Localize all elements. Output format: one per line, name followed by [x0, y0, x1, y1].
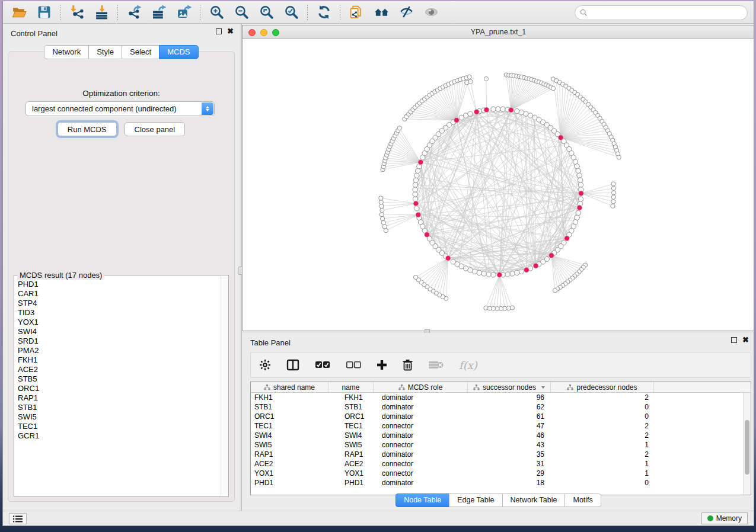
mcds-result-item[interactable]: RAP1: [18, 393, 221, 403]
table-cell-name: ORC1: [328, 412, 374, 421]
function-icon: f(x): [459, 359, 477, 371]
tab-style[interactable]: Style: [88, 45, 122, 59]
table-scrollbar[interactable]: [743, 393, 751, 495]
table-row[interactable]: PHD1PHD1dominator180: [251, 478, 743, 488]
close-panel-icon[interactable]: ✖: [742, 337, 749, 343]
status-bar: Memory: [3, 511, 754, 525]
export-image-button[interactable]: [173, 4, 194, 21]
mcds-result-item[interactable]: PMA2: [18, 346, 221, 355]
close-panel-button[interactable]: Close panel: [125, 122, 186, 136]
table-cell-shared_name: FKH1: [251, 393, 328, 402]
network-from-selection-button[interactable]: [346, 4, 367, 21]
mcds-result-item[interactable]: SRD1: [18, 336, 221, 346]
table-row[interactable]: TEC1TEC1connector472: [251, 421, 743, 431]
first-neighbors-button[interactable]: [371, 4, 392, 21]
float-panel-icon[interactable]: [731, 337, 737, 343]
table-cell-name: FKH1: [328, 393, 374, 402]
save-session-button[interactable]: [33, 4, 55, 21]
criterion-select-value: largest connected component (undirected): [32, 104, 177, 113]
table-row[interactable]: ORC1ORC1dominator610: [251, 412, 743, 421]
tab-network-table[interactable]: Network Table: [502, 493, 566, 507]
table-row[interactable]: ACE2ACE2connector311: [251, 459, 743, 469]
zoom-fit-button[interactable]: [256, 4, 277, 21]
table-row[interactable]: RAP1RAP1dominator352: [251, 450, 743, 459]
export-table-button[interactable]: [148, 4, 170, 21]
sort-arrow-icon: [541, 386, 545, 389]
network-canvas[interactable]: [243, 39, 754, 331]
table-row[interactable]: FKH1FKH1dominator962: [251, 393, 743, 402]
criterion-select[interactable]: largest connected component (undirected): [25, 101, 215, 116]
apply-layout-button[interactable]: [313, 4, 334, 21]
table-row[interactable]: YOX1YOX1connector291: [251, 469, 743, 478]
tab-node-table[interactable]: Node Table: [395, 493, 449, 507]
zoom-selected-icon: [284, 5, 299, 20]
task-history-button[interactable]: [9, 513, 27, 524]
control-panel-tabs: Network Style Select MCDS: [3, 45, 240, 59]
table-cell-successors: 18: [468, 478, 551, 488]
table-row[interactable]: SWI5SWI5connector431: [251, 440, 743, 450]
mcds-result-item[interactable]: STP4: [18, 299, 221, 308]
close-panel-icon[interactable]: ✖: [227, 28, 234, 34]
zoom-out-icon: [234, 5, 249, 20]
delete-table-button[interactable]: [428, 356, 444, 374]
table-cell-role: dominator: [374, 478, 468, 488]
mcds-result-item[interactable]: TID3: [18, 308, 221, 318]
zoom-in-button[interactable]: [206, 4, 227, 21]
run-mcds-button[interactable]: Run MCDS: [58, 122, 117, 136]
export-network-icon: [127, 5, 142, 20]
tab-network[interactable]: Network: [44, 45, 89, 59]
column-header-successor-nodes[interactable]: successor nodes: [468, 382, 551, 392]
mcds-result-list: PHD1CAR1STP4TID3YOX1SWI4SRD1PMA2FKH1ACE2…: [15, 276, 221, 496]
mcds-result-item[interactable]: SWI4: [18, 327, 221, 336]
mcds-result-item[interactable]: FKH1: [18, 355, 221, 365]
memory-button[interactable]: Memory: [701, 512, 748, 524]
tab-select[interactable]: Select: [122, 45, 160, 59]
column-header-predecessor-nodes[interactable]: predecessor nodes: [551, 382, 654, 392]
table-row[interactable]: SWI4SWI4dominator462: [251, 431, 743, 440]
table-cell-name: TEC1: [328, 421, 374, 431]
tab-mcds[interactable]: MCDS: [159, 45, 198, 59]
table-scrollbar-thumb[interactable]: [745, 420, 749, 475]
search-field[interactable]: [575, 5, 748, 20]
mcds-list-scrollbar[interactable]: [221, 276, 228, 496]
table-cell-shared_name: ACE2: [251, 459, 328, 469]
add-column-button[interactable]: [377, 356, 387, 374]
zoom-selected-button[interactable]: [280, 4, 302, 21]
hide-selected-button[interactable]: [395, 4, 417, 21]
column-header-shared-name[interactable]: shared name: [251, 382, 328, 392]
network-window-titlebar[interactable]: YPA_prune.txt_1: [243, 25, 754, 39]
mcds-result-item[interactable]: YOX1: [18, 318, 221, 327]
mcds-result-item[interactable]: SWI5: [18, 412, 221, 422]
import-table-button[interactable]: [91, 4, 112, 21]
tab-motifs[interactable]: Motifs: [564, 493, 601, 507]
mcds-result-item[interactable]: ACE2: [18, 365, 221, 374]
table-options-button[interactable]: [259, 356, 271, 374]
show-all-button[interactable]: [420, 4, 442, 21]
delete-column-button[interactable]: [403, 356, 413, 374]
clear-visible-columns-button[interactable]: [346, 356, 361, 374]
mcds-result-item[interactable]: TEC1: [18, 422, 221, 431]
mcds-result-item[interactable]: ORC1: [18, 384, 221, 393]
table-cell-successors: 62: [468, 402, 551, 412]
plus-icon: [377, 360, 387, 370]
mcds-result-item[interactable]: CAR1: [18, 289, 221, 299]
mcds-result-item[interactable]: PHD1: [18, 280, 221, 289]
float-panel-icon[interactable]: [216, 28, 222, 34]
mcds-result-item[interactable]: GCR1: [18, 431, 221, 441]
table-row[interactable]: STB1STB1dominator620: [251, 402, 743, 412]
search-input[interactable]: [591, 9, 742, 17]
column-header-name[interactable]: name: [328, 382, 374, 392]
mcds-result-item[interactable]: STB5: [18, 374, 221, 384]
tab-edge-table[interactable]: Edge Table: [449, 493, 502, 507]
set-visible-columns-button[interactable]: [315, 356, 330, 374]
export-network-button[interactable]: [123, 4, 145, 21]
column-header-mcds-role[interactable]: MCDS role: [374, 382, 468, 392]
mcds-result-item[interactable]: STB1: [18, 403, 221, 412]
function-builder-button[interactable]: f(x): [459, 356, 477, 374]
show-columns-button[interactable]: [286, 356, 299, 374]
open-session-button[interactable]: [8, 4, 30, 21]
zoom-out-button[interactable]: [231, 4, 252, 21]
toolbar-separator: [307, 5, 308, 20]
import-network-button[interactable]: [66, 4, 87, 21]
table-cell-predecessors: 1: [551, 469, 654, 478]
